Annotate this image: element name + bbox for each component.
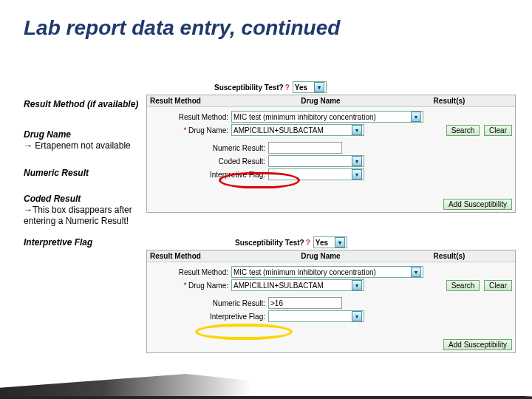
numeric-result-input[interactable] [268,142,342,154]
chevron-down-icon: ▾ [335,237,345,248]
field-label-numeric-result: Numeric Result: [150,299,268,307]
susc-label: Susceptibility Test? [235,239,304,247]
chevron-down-icon: ▾ [352,280,362,290]
col-result-method: Result Method [147,95,258,106]
chevron-down-icon: ▾ [352,311,362,321]
required-icon: ? [306,239,310,247]
table-header: Result Method Drug Name Result(s) [147,250,515,262]
add-susceptibility-button[interactable]: Add Susceptibility [443,199,512,210]
field-label-result-method: Result Method: [150,113,231,121]
susc-select-1[interactable]: Yes▾ [293,81,327,93]
table-header: Result Method Drug Name Result(s) [147,95,515,107]
susceptibility-test-row-1: Susceptibility Test?? Yes▾ [214,81,327,93]
field-label-drug-name: Drug Name: [150,126,231,134]
interpretive-flag-select[interactable]: ▾ [268,310,364,322]
numeric-result-input[interactable]: >16 [268,297,342,309]
col-results: Result(s) [383,250,515,262]
label-numeric-result: Numeric Result [24,168,146,179]
add-susceptibility-button[interactable]: Add Susceptibility [443,339,512,350]
col-drug-name: Drug Name [258,250,383,262]
required-icon: ? [285,83,290,92]
chevron-down-icon: ▾ [314,82,324,92]
interpretive-flag-select[interactable]: ▾ [268,168,364,180]
note-ertapenem: → Ertapenem not available [24,140,146,151]
chevron-down-icon: ▾ [411,112,421,122]
slide-title: Lab report data entry, continued [0,0,532,44]
field-label-coded-result: Coded Result: [150,157,268,166]
slide-decor [0,374,532,399]
clear-button[interactable]: Clear [484,125,512,136]
chevron-down-icon: ▾ [411,267,421,277]
drug-name-select[interactable]: AMPICILLIN+SULBACTAM▾ [231,124,364,136]
col-results: Result(s) [383,95,515,106]
note-coded-disappears: →This box disappears after entering a Nu… [24,205,146,227]
annotation-column: Result Method (if available) Drug Name →… [24,95,146,248]
susc-label: Susceptibility Test? [214,83,284,92]
result-method-select[interactable]: MIC test (minimum inhibitory concentrati… [231,266,423,278]
result-method-select[interactable]: MIC test (minimum inhibitory concentrati… [231,111,423,123]
col-drug-name: Drug Name [258,95,383,106]
field-label-interpretive-flag: Interpretive Flag: [150,171,268,179]
field-label-result-method: Result Method: [150,268,231,276]
coded-result-select[interactable]: ▾ [268,155,364,167]
susceptibility-test-row-2: Susceptibility Test?? Yes▾ [235,236,347,248]
chevron-down-icon: ▾ [352,169,362,180]
label-coded-result: Coded Result [24,194,146,205]
field-label-drug-name: Drug Name: [150,282,231,290]
drug-name-select[interactable]: AMPICILLIN+SULBACTAM▾ [231,279,364,291]
col-result-method: Result Method [147,250,258,262]
susceptibility-panel-2: Result Method Drug Name Result(s) Result… [146,250,516,353]
field-label-interpretive-flag: Interpretive Flag: [150,313,268,321]
clear-button[interactable]: Clear [484,280,512,291]
chevron-down-icon: ▾ [352,125,362,135]
chevron-down-icon: ▾ [352,156,362,166]
susc-select-2[interactable]: Yes▾ [313,236,347,248]
search-button[interactable]: Search [446,125,480,136]
label-result-method: Result Method (if available) [24,99,146,110]
field-label-numeric-result: Numeric Result: [150,144,268,152]
label-drug-name: Drug Name [24,129,146,140]
label-interpretive-flag: Interpretive Flag [24,237,146,248]
search-button[interactable]: Search [446,280,480,291]
susceptibility-panel-1: Result Method Drug Name Result(s) Result… [146,95,516,213]
